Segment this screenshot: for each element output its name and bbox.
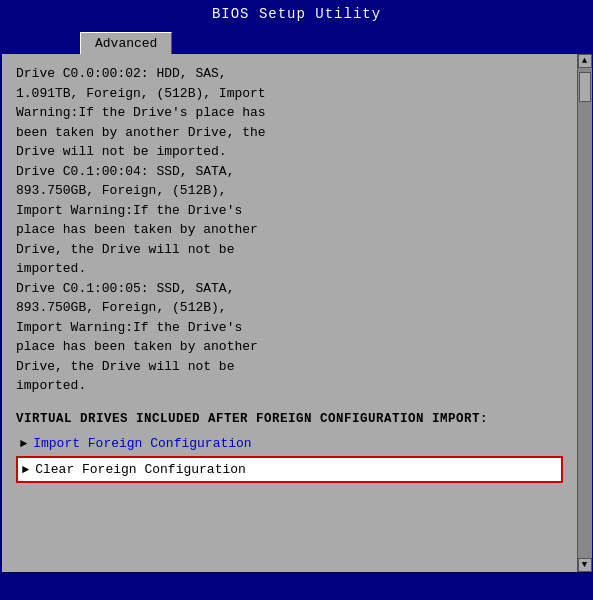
- clear-arrow-icon: ►: [22, 461, 29, 479]
- import-label: Import Foreign Configuration: [33, 434, 251, 454]
- scroll-up-button[interactable]: ▲: [578, 54, 592, 68]
- clear-foreign-config-item[interactable]: ► Clear Foreign Configuration: [16, 456, 563, 484]
- scrollbar: ▲ ▼: [577, 54, 591, 572]
- bottom-bar: [0, 572, 593, 600]
- scroll-down-icon: ▼: [582, 560, 587, 570]
- scrollbar-thumb[interactable]: [579, 72, 591, 102]
- tab-bar: Advanced: [0, 26, 593, 54]
- title-bar: BIOS Setup Utility: [0, 0, 593, 26]
- scrollbar-track: [578, 68, 592, 558]
- section-header: VIRTUAL DRIVES INCLUDED AFTER FOREIGN CO…: [16, 410, 563, 429]
- bios-title: BIOS Setup Utility: [212, 6, 381, 22]
- scroll-up-icon: ▲: [582, 56, 587, 66]
- drive-info-text: Drive C0.0:00:02: HDD, SAS, 1.091TB, For…: [16, 64, 563, 396]
- import-foreign-config-item[interactable]: ► Import Foreign Configuration: [16, 432, 563, 456]
- content-area: Drive C0.0:00:02: HDD, SAS, 1.091TB, For…: [2, 54, 577, 572]
- clear-label: Clear Foreign Configuration: [35, 460, 246, 480]
- bios-screen: BIOS Setup Utility Advanced Drive C0.0:0…: [0, 0, 593, 600]
- main-content: Drive C0.0:00:02: HDD, SAS, 1.091TB, For…: [0, 54, 593, 572]
- scroll-down-button[interactable]: ▼: [578, 558, 592, 572]
- import-arrow-icon: ►: [20, 435, 27, 453]
- advanced-tab[interactable]: Advanced: [80, 32, 172, 54]
